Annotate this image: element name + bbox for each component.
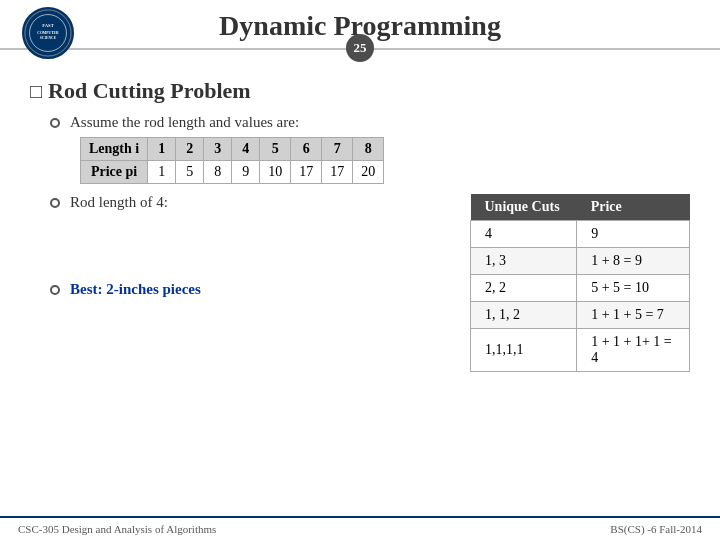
svg-text:FAST: FAST <box>42 23 53 28</box>
price-col-header: Price <box>577 194 690 221</box>
footer: CSC-305 Design and Analysis of Algorithm… <box>0 516 720 540</box>
length-table: Length i 1 2 3 4 5 6 7 8 Price pi 1 <box>80 137 384 184</box>
table-header-row: Length i 1 2 3 4 5 6 7 8 <box>81 138 384 161</box>
col-header-1: 1 <box>148 138 176 161</box>
footer-right: BS(CS) -6 Fall-2014 <box>610 523 702 535</box>
cut-value: 2, 2 <box>471 275 577 302</box>
col-header-7: 7 <box>322 138 353 161</box>
table-row: 1,1,1,1 1 + 1 + 1+ 1 =4 <box>471 329 690 372</box>
assume-text: Assume the rod length and values are: <box>70 114 299 131</box>
table-row: 2, 2 5 + 5 = 10 <box>471 275 690 302</box>
price-row: Price pi 1 5 8 9 10 17 17 20 <box>81 161 384 184</box>
bullet-icon <box>50 118 60 128</box>
svg-text:COMPUTER: COMPUTER <box>37 31 59 35</box>
main-content: Rod length of 4: Best: 2-inches pieces U… <box>30 194 690 372</box>
col-header-length: Length i <box>81 138 148 161</box>
section-title-text: Rod Cutting Problem <box>48 78 251 104</box>
table-row: 1, 1, 2 1 + 1 + 5 = 7 <box>471 302 690 329</box>
rod-length-text: Rod length of 4: <box>70 194 168 211</box>
content: □ Rod Cutting Problem Assume the rod len… <box>0 50 720 516</box>
best-text: Best: 2-inches pieces <box>70 281 201 298</box>
cuts-table-container: Unique Cuts Price 4 9 1, 3 1 + 8 = 9 <box>470 194 690 372</box>
svg-text:SCIENCE: SCIENCE <box>40 36 57 40</box>
footer-left: CSC-305 Design and Analysis of Algorithm… <box>18 523 216 535</box>
cut-value: 1, 1, 2 <box>471 302 577 329</box>
price-5: 10 <box>260 161 291 184</box>
bullet-icon-3 <box>50 285 60 295</box>
price-value: 1 + 1 + 5 = 7 <box>577 302 690 329</box>
assume-bullet: Assume the rod length and values are: <box>50 114 690 131</box>
row-label-price: Price pi <box>81 161 148 184</box>
section-title: □ Rod Cutting Problem <box>30 78 690 104</box>
price-value: 9 <box>577 221 690 248</box>
bullet-icon-2 <box>50 198 60 208</box>
table-row: 1, 3 1 + 8 = 9 <box>471 248 690 275</box>
cuts-header-row: Unique Cuts Price <box>471 194 690 221</box>
best-bullet: Best: 2-inches pieces <box>50 281 450 298</box>
col-header-3: 3 <box>204 138 232 161</box>
price-value: 1 + 8 = 9 <box>577 248 690 275</box>
price-6: 17 <box>291 161 322 184</box>
col-header-5: 5 <box>260 138 291 161</box>
price-1: 1 <box>148 161 176 184</box>
col-header-8: 8 <box>353 138 384 161</box>
price-4: 9 <box>232 161 260 184</box>
price-value: 1 + 1 + 1+ 1 =4 <box>577 329 690 372</box>
cut-value: 4 <box>471 221 577 248</box>
rod-length-bullet: Rod length of 4: <box>50 194 450 211</box>
price-2: 5 <box>176 161 204 184</box>
checkbox-icon: □ <box>30 80 42 103</box>
cut-value: 1,1,1,1 <box>471 329 577 372</box>
cut-value: 1, 3 <box>471 248 577 275</box>
table-row: 4 9 <box>471 221 690 248</box>
cuts-table: Unique Cuts Price 4 9 1, 3 1 + 8 = 9 <box>470 194 690 372</box>
price-8: 20 <box>353 161 384 184</box>
header: FAST COMPUTER SCIENCE Dynamic Programmin… <box>0 0 720 50</box>
price-7: 17 <box>322 161 353 184</box>
left-bullets: Rod length of 4: Best: 2-inches pieces <box>30 194 450 298</box>
slide: FAST COMPUTER SCIENCE Dynamic Programmin… <box>0 0 720 540</box>
price-value: 5 + 5 = 10 <box>577 275 690 302</box>
col-header-6: 6 <box>291 138 322 161</box>
col-header-2: 2 <box>176 138 204 161</box>
cuts-col-header: Unique Cuts <box>471 194 577 221</box>
length-table-container: Length i 1 2 3 4 5 6 7 8 Price pi 1 <box>80 137 690 184</box>
price-3: 8 <box>204 161 232 184</box>
col-header-4: 4 <box>232 138 260 161</box>
